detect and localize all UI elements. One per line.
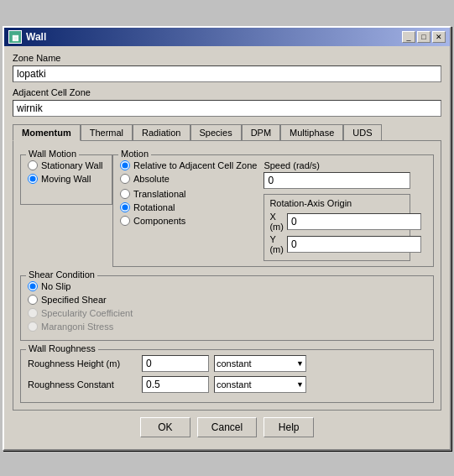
stationary-wall-radio-label: Stationary Wall <box>41 160 103 170</box>
motion-label: Motion <box>118 149 151 159</box>
specularity-row: Specularity Coefficient <box>28 308 426 318</box>
adjacent-cell-zone-label: Adjacent Cell Zone <box>13 87 441 97</box>
marangoni-radio <box>28 322 38 332</box>
roughness-height-input[interactable] <box>142 355 209 372</box>
window-icon: ▦ <box>8 30 22 44</box>
absolute-radio[interactable] <box>120 174 130 184</box>
rotation-origin-label: Rotation-Axis Origin <box>269 198 404 208</box>
adjacent-cell-zone-input[interactable] <box>13 100 441 117</box>
moving-wall-row: Moving Wall <box>28 174 105 184</box>
minimize-button[interactable]: _ <box>402 31 415 43</box>
components-radio[interactable] <box>120 216 130 226</box>
wall-dialog: ▦ Wall _ □ ✕ Zone Name Adjacent Cell Zon… <box>3 26 451 451</box>
roughness-height-method-select[interactable]: constant UDF <box>214 355 306 372</box>
close-button[interactable]: ✕ <box>432 31 446 43</box>
tab-dpm[interactable]: DPM <box>242 124 280 141</box>
shear-condition-label: Shear Condition <box>26 269 97 280</box>
rotation-origin-group: Rotation-Axis Origin X (m) Y (m) <box>264 194 410 261</box>
bottom-buttons: OK Cancel Help <box>13 411 441 442</box>
wall-motion-label: Wall Motion <box>26 149 79 159</box>
window-title: Wall <box>26 31 46 43</box>
roughness-constant-row: Roughness Constant constant UDF <box>28 376 426 393</box>
absolute-row: Absolute <box>120 174 257 184</box>
roughness-constant-input[interactable] <box>142 376 209 393</box>
help-button[interactable]: Help <box>264 417 314 437</box>
rotational-radio-label: Rotational <box>133 202 175 212</box>
ok-button[interactable]: OK <box>140 417 190 437</box>
roughness-height-method-wrapper: constant UDF <box>214 355 306 372</box>
wall-roughness-label: Wall Roughness <box>26 343 98 353</box>
components-row: Components <box>120 216 257 226</box>
y-axis-label: Y (m) <box>269 234 284 254</box>
no-slip-row: No Slip <box>28 281 426 291</box>
translational-radio[interactable] <box>120 189 130 199</box>
translational-radio-label: Translational <box>133 189 186 199</box>
shear-condition-section: Shear Condition No Slip Specified Shear … <box>20 275 434 341</box>
motion-group: Motion Relative to Adjacent Cell Zone Ab… <box>112 154 434 267</box>
x-axis-label: X (m) <box>269 212 284 232</box>
absolute-radio-label: Absolute <box>133 174 170 184</box>
relative-radio[interactable] <box>120 160 130 170</box>
specified-shear-label: Specified Shear <box>41 295 107 305</box>
tab-uds[interactable]: UDS <box>343 124 381 141</box>
x-axis-row: X (m) <box>269 212 404 232</box>
specified-shear-row: Specified Shear <box>28 295 426 305</box>
dialog-content: Zone Name Adjacent Cell Zone Momentum Th… <box>4 46 450 449</box>
roughness-height-row: Roughness Height (m) constant UDF <box>28 355 426 372</box>
speed-group: Speed (rad/s) <box>264 160 410 189</box>
components-radio-label: Components <box>133 216 185 226</box>
wall-motion-group: Wall Motion Stationary Wall Moving Wall <box>20 154 112 205</box>
roughness-constant-method-wrapper: constant UDF <box>214 376 306 393</box>
wall-roughness-section: Wall Roughness Roughness Height (m) cons… <box>20 349 434 403</box>
zone-name-group: Zone Name <box>13 53 441 82</box>
y-axis-input[interactable] <box>287 236 421 253</box>
specularity-label: Specularity Coefficient <box>41 308 133 318</box>
tab-radiation[interactable]: Radiation <box>133 124 190 141</box>
wall-motion-section: Wall Motion Stationary Wall Moving Wall <box>20 148 112 267</box>
zone-name-input[interactable] <box>13 65 441 82</box>
specified-shear-radio[interactable] <box>28 295 38 305</box>
motion-section: Motion Relative to Adjacent Cell Zone Ab… <box>112 148 434 267</box>
roughness-constant-label: Roughness Constant <box>28 379 137 390</box>
stationary-wall-radio[interactable] <box>28 160 38 170</box>
tab-content-momentum: Wall Motion Stationary Wall Moving Wall <box>13 140 441 411</box>
zone-name-label: Zone Name <box>13 53 441 63</box>
rotational-radio[interactable] <box>120 202 130 212</box>
cancel-button[interactable]: Cancel <box>197 417 257 437</box>
moving-wall-radio-label: Moving Wall <box>41 174 91 184</box>
roughness-constant-method-select[interactable]: constant UDF <box>214 376 306 393</box>
tab-momentum[interactable]: Momentum <box>13 124 81 141</box>
y-axis-row: Y (m) <box>269 234 404 254</box>
title-bar: ▦ Wall _ □ ✕ <box>4 28 450 46</box>
rotational-row: Rotational <box>120 202 257 212</box>
motion-right-col: Speed (rad/s) Rotation-Axis Origin X (m) <box>264 160 410 261</box>
specularity-radio <box>28 308 38 318</box>
tabs-bar: Momentum Thermal Radiation Species DPM M… <box>13 123 441 140</box>
adjacent-cell-zone-group: Adjacent Cell Zone <box>13 87 441 117</box>
maximize-button[interactable]: □ <box>417 31 431 43</box>
moving-wall-radio[interactable] <box>28 174 38 184</box>
marangoni-row: Marangoni Stress <box>28 322 426 332</box>
no-slip-label: No Slip <box>41 281 70 291</box>
title-controls: _ □ ✕ <box>402 31 446 43</box>
marangoni-label: Marangoni Stress <box>41 322 113 332</box>
roughness-height-label: Roughness Height (m) <box>28 358 137 369</box>
tab-thermal[interactable]: Thermal <box>81 124 133 141</box>
relative-radio-label: Relative to Adjacent Cell Zone <box>133 160 257 170</box>
speed-label: Speed (rad/s) <box>264 160 410 170</box>
motion-type-col: Translational Rotational Components <box>120 189 257 226</box>
relative-row: Relative to Adjacent Cell Zone <box>120 160 257 170</box>
translational-row: Translational <box>120 189 257 199</box>
x-axis-input[interactable] <box>287 213 421 230</box>
tab-multiphase[interactable]: Multiphase <box>280 124 343 141</box>
no-slip-radio[interactable] <box>28 281 38 291</box>
speed-input[interactable] <box>264 172 410 189</box>
stationary-wall-row: Stationary Wall <box>28 160 105 170</box>
motion-top-row: Wall Motion Stationary Wall Moving Wall <box>20 148 434 267</box>
motion-reference-col: Relative to Adjacent Cell Zone Absolute <box>120 160 257 261</box>
tab-species[interactable]: Species <box>190 124 242 141</box>
